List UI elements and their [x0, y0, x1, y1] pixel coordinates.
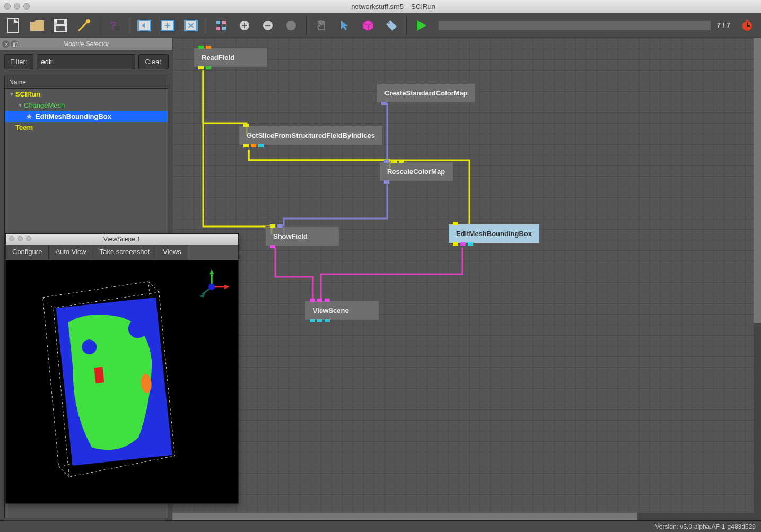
svg-text:?: ? — [110, 20, 116, 31]
svg-rect-4 — [57, 20, 64, 24]
svg-rect-0 — [8, 19, 19, 32]
tree-item-changemesh[interactable]: ▼ChangeMesh — [5, 100, 168, 111]
axis-gizmo-icon — [199, 269, 230, 298]
svg-point-9 — [116, 27, 119, 30]
svg-rect-22 — [222, 21, 226, 24]
open-folder-button[interactable] — [27, 15, 48, 36]
progress-label: 7 / 7 — [717, 21, 730, 29]
svg-marker-1 — [14, 19, 19, 23]
svg-marker-46 — [224, 285, 230, 289]
vs-close-icon[interactable] — [9, 236, 14, 241]
svg-marker-44 — [209, 269, 214, 274]
tree-item-editmeshboundingbox[interactable]: ★EditMeshBoundingBox — [5, 111, 168, 122]
save-button[interactable] — [50, 15, 71, 36]
viewscene-title: ViewScene:1 — [6, 236, 238, 243]
tree-item-scirun[interactable]: ▼SCIRun — [5, 89, 168, 100]
svg-marker-31 — [341, 21, 348, 30]
new-file-button[interactable] — [3, 15, 24, 36]
panel-close-icon[interactable]: ✕ — [2, 40, 10, 48]
panel-header: ✕ ◧ Module Selector — [0, 38, 172, 50]
tree-item-teem[interactable]: Teem — [5, 122, 168, 133]
minimize-icon[interactable] — [14, 3, 20, 10]
pan-button[interactable] — [311, 15, 332, 36]
zoom-in-button[interactable] — [234, 15, 255, 36]
canvas-scroll-vertical[interactable] — [754, 38, 761, 513]
viewscene-viewport[interactable] — [6, 260, 238, 503]
module-getslice[interactable]: GetSliceFromStructuredFieldByIndices — [239, 126, 383, 145]
panel-title: Module Selector — [63, 40, 109, 48]
filter-clear-button[interactable]: Clear — [138, 54, 169, 69]
svg-point-30 — [286, 21, 296, 30]
svg-marker-2 — [30, 20, 44, 31]
close-icon[interactable] — [4, 3, 11, 10]
scroll-corner — [754, 513, 761, 520]
module-editmeshboundingbox[interactable]: EditMeshBoundingBox — [448, 224, 540, 243]
svg-rect-5 — [56, 26, 65, 31]
svg-point-37 — [388, 22, 390, 24]
network-canvas[interactable]: ReadField GetSliceFromStructuredFieldByI… — [172, 38, 761, 520]
svg-rect-23 — [216, 27, 220, 30]
svg-point-49 — [208, 284, 215, 290]
run-button[interactable] — [411, 15, 432, 36]
module-readfield[interactable]: ReadField — [194, 48, 268, 67]
vs-autoview-button[interactable]: Auto View — [49, 245, 93, 260]
zoom-reset-button[interactable] — [281, 15, 302, 36]
window-title: networkstuff.srn5 – SCIRun — [30, 3, 757, 11]
progress-bar — [439, 21, 711, 30]
module-createcolormap[interactable]: CreateStandardColorMap — [377, 83, 476, 103]
viewscene-window[interactable]: ViewScene:1 Configure Auto View Take scr… — [5, 233, 239, 504]
status-bar: Version: v5.0-alpha.AF-1-g483d529 — [0, 520, 761, 532]
module-rescalecolormap[interactable]: RescaleColorMap — [379, 162, 453, 181]
svg-rect-21 — [216, 21, 220, 24]
filter-label: Filter: — [4, 54, 33, 69]
help-button[interactable]: ? — [103, 15, 125, 36]
viewscene-titlebar[interactable]: ViewScene:1 — [6, 234, 238, 245]
zoom-out-button[interactable] — [257, 15, 278, 36]
svg-rect-40 — [746, 20, 748, 21]
layout3-button[interactable] — [180, 15, 202, 36]
vs-views-button[interactable]: Views — [156, 245, 188, 260]
vs-configure-button[interactable]: Configure — [6, 245, 49, 260]
svg-marker-38 — [417, 20, 426, 31]
vs-screenshot-button[interactable]: Take screenshot — [93, 245, 157, 260]
svg-line-52 — [43, 298, 54, 308]
pointer-button[interactable] — [334, 15, 355, 36]
viewscene-toolbar: Configure Auto View Take screenshot View… — [6, 245, 238, 260]
svg-rect-59 — [94, 367, 104, 383]
svg-marker-36 — [386, 20, 397, 31]
panel-detach-icon[interactable]: ◧ — [11, 40, 18, 48]
grid-button[interactable] — [211, 15, 232, 36]
main-toolbar: ? 7 / 7 — [0, 13, 761, 38]
alarm-icon[interactable] — [737, 15, 758, 36]
filter-input[interactable] — [37, 54, 135, 69]
canvas-scroll-horizontal[interactable] — [172, 513, 754, 520]
module-viewscene[interactable]: ViewScene — [305, 301, 379, 320]
svg-line-55 — [59, 466, 69, 477]
module-showfield[interactable]: ShowField — [265, 226, 339, 246]
layout2-button[interactable] — [157, 15, 178, 36]
version-label: Version: v5.0-alpha.AF-1-g483d529 — [655, 523, 756, 530]
zoom-icon[interactable] — [23, 3, 30, 10]
vs-minimize-icon[interactable] — [18, 236, 23, 241]
vs-zoom-icon[interactable] — [26, 236, 31, 241]
canvas-grid — [172, 38, 761, 520]
tree-header: Name — [5, 76, 168, 89]
svg-rect-24 — [222, 27, 226, 30]
svg-point-7 — [86, 19, 90, 23]
titlebar: networkstuff.srn5 – SCIRun — [0, 0, 761, 13]
package-button[interactable] — [357, 15, 379, 36]
window-controls — [4, 3, 30, 10]
layout1-button[interactable] — [134, 15, 155, 36]
wand-button[interactable] — [73, 15, 94, 36]
tag-button[interactable] — [381, 15, 402, 36]
svg-line-53 — [148, 282, 159, 292]
